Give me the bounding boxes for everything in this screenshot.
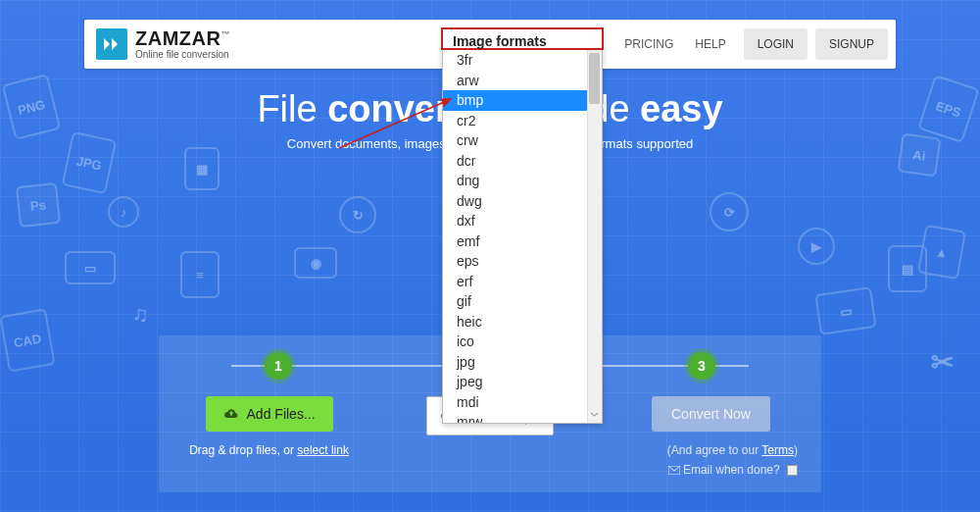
bg-music-icon: ♫ — [125, 300, 155, 330]
add-files-button[interactable]: Add Files... — [206, 396, 333, 432]
signup-button[interactable]: SIGNUP — [815, 28, 888, 60]
drag-drop-hint: Drag & drop files, or select link — [159, 443, 379, 457]
dropdown-header: Image formats — [441, 27, 604, 50]
format-option-mrw[interactable]: mrw — [443, 412, 602, 423]
nav-pricing[interactable]: PRICING — [614, 29, 683, 59]
hero-t0: File — [257, 88, 327, 129]
hero-t3: easy — [640, 88, 723, 129]
bg-picture-icon: ▲ — [917, 225, 966, 281]
add-files-label: Add Files... — [247, 406, 316, 422]
bg-ps-icon: Ps — [16, 182, 61, 228]
bg-file-icon: ▦ — [184, 147, 220, 190]
bg-image-icon: ◉ — [294, 247, 337, 279]
bg-note-icon: ♪ — [108, 196, 139, 228]
format-option-crw[interactable]: crw — [443, 130, 602, 151]
format-option-ico[interactable]: ico — [443, 332, 602, 352]
bg-cassette-icon: ▭ — [65, 251, 116, 284]
format-option-arw[interactable]: arw — [443, 71, 602, 91]
email-hint: Email when done? — [601, 463, 821, 477]
format-option-gif[interactable]: gif — [443, 291, 602, 312]
email-checkbox[interactable] — [787, 465, 798, 476]
step-1-badge: 1 — [265, 352, 292, 380]
terms-hint: (And agree to our Terms) — [601, 443, 821, 457]
cloud-upload-icon — [223, 407, 239, 421]
logo[interactable]: ZAMZAR™ Online file conversion — [84, 28, 242, 60]
logo-mark — [96, 28, 127, 60]
mail-icon — [668, 466, 680, 475]
drag-text: Drag & drop files, or — [189, 443, 297, 457]
format-option-mdi[interactable]: mdi — [443, 392, 602, 413]
format-option-eps[interactable]: eps — [443, 251, 602, 272]
format-option-erf[interactable]: erf — [443, 272, 602, 292]
bg-doc-icon: ≡ — [180, 251, 220, 298]
terms-link[interactable]: Terms — [761, 443, 794, 457]
brand-tm: ™ — [220, 29, 230, 39]
step-3-column: Convert Now (And agree to our Terms) Ema… — [601, 396, 821, 477]
format-option-emf[interactable]: emf — [443, 231, 602, 252]
bg-refresh-icon: ↻ — [339, 196, 376, 233]
format-option-dwg[interactable]: dwg — [443, 191, 602, 212]
format-option-jpeg[interactable]: jpeg — [443, 372, 602, 392]
terms-post: ) — [794, 443, 798, 457]
format-option-dxf[interactable]: dxf — [443, 211, 602, 231]
bg-gear-icon: ✂ — [925, 345, 958, 379]
scrollbar-track[interactable] — [587, 29, 602, 423]
format-option-bmp[interactable]: bmp — [443, 90, 602, 111]
bg-cad-icon: CAD — [0, 308, 56, 372]
format-option-jpg[interactable]: jpg — [443, 352, 602, 373]
format-option-dng[interactable]: dng — [443, 171, 602, 191]
logo-text: ZAMZAR™ Online file conversion — [135, 28, 230, 60]
format-dropdown: Image formats 3frarwbmpcr2crwdcrdngdwgdx… — [442, 28, 603, 424]
nav-help[interactable]: HELP — [685, 29, 735, 59]
bg-sync-icon: ⟳ — [710, 192, 749, 231]
email-label: Email when done? — [683, 463, 780, 477]
format-option-3fr[interactable]: 3fr — [443, 50, 602, 71]
scrollbar-thumb[interactable] — [589, 53, 600, 104]
logo-arrows-icon — [102, 34, 122, 54]
step-1-column: Add Files... Drag & drop files, or selec… — [159, 396, 379, 457]
convert-now-button[interactable]: Convert Now — [652, 396, 770, 432]
brand-tagline: Online file conversion — [135, 50, 230, 60]
bg-laptop-icon: ▭ — [814, 286, 876, 335]
login-button[interactable]: LOGIN — [744, 28, 808, 60]
format-option-cr2[interactable]: cr2 — [443, 111, 602, 131]
step-3-badge: 3 — [688, 352, 715, 380]
scroll-down-icon[interactable] — [590, 410, 599, 419]
dropdown-list: 3frarwbmpcr2crwdcrdngdwgdxfemfepserfgifh… — [443, 50, 602, 423]
format-option-dcr[interactable]: dcr — [443, 151, 602, 172]
format-option-heic[interactable]: heic — [443, 312, 602, 333]
brand-name: ZAMZAR — [135, 27, 220, 49]
bg-play-icon: ▶ — [798, 228, 835, 265]
select-link[interactable]: select link — [297, 443, 349, 457]
terms-pre: (And agree to our — [667, 443, 762, 457]
